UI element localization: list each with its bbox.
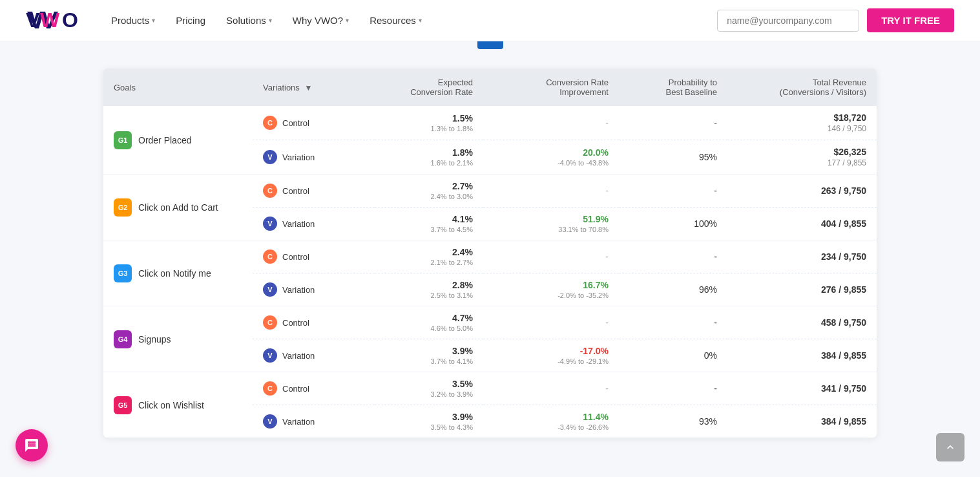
nav-pricing[interactable]: Pricing (168, 10, 213, 31)
svg-text:V: V (26, 8, 40, 32)
probability-cell: - (619, 175, 727, 207)
variation-badge: C (263, 184, 277, 198)
table-row: G1Order PlacedCControl1.5%1.3% to 1.8%--… (103, 106, 877, 140)
improvement-cell: - (483, 306, 619, 339)
conversion-rate-value: 4.1% (452, 214, 473, 224)
revenue-value: 384 / 9,855 (821, 350, 866, 361)
probability-cell: - (619, 240, 727, 273)
nav-solutions[interactable]: Solutions ▾ (218, 10, 280, 31)
variation-label: VVariation (263, 348, 364, 363)
probability-value: - (714, 251, 717, 262)
filter-icon[interactable]: ▼ (304, 83, 312, 92)
variation-badge: V (263, 282, 277, 297)
probability-value: 0% (704, 350, 717, 361)
conversion-rate-cell: 1.8%1.6% to 2.1% (375, 140, 483, 175)
col-conv-improvement: Conversion RateImprovement (483, 69, 619, 106)
email-input[interactable] (717, 10, 859, 32)
chevron-down-icon: ▾ (419, 17, 422, 24)
table-row: G4SignupsCControl4.7%4.6% to 5.0%--458 /… (103, 306, 877, 339)
improvement-cell: 11.4%-3.4% to -26.6% (483, 405, 619, 438)
conversion-rate-value: 2.7% (452, 181, 473, 191)
chevron-down-icon: ▾ (346, 17, 349, 24)
variation-cell-td: CControl (253, 106, 375, 140)
probability-cell: - (619, 106, 727, 140)
variation-cell-td: CControl (253, 175, 375, 207)
variation-cell-td: VVariation (253, 339, 375, 372)
nav-resources[interactable]: Resources ▾ (362, 10, 430, 31)
variation-name: Control (282, 118, 309, 128)
goal-badge: G4 (114, 330, 132, 348)
conversion-rate-cell: 2.8%2.5% to 3.1% (375, 273, 483, 306)
conversion-rate-value: 3.9% (452, 412, 473, 422)
col-variations: Variations ▼ (253, 69, 375, 106)
improvement-cell: 20.0%-4.0% to -43.8% (483, 140, 619, 175)
variation-name: Variation (282, 417, 315, 427)
improvement-range: -2.0% to -35.2% (558, 292, 609, 299)
conversion-rate-range: 2.1% to 2.7% (431, 259, 473, 266)
revenue-value: 341 / 9,750 (821, 383, 866, 394)
goal-cell-td: G5Click on Wishlist (103, 372, 253, 438)
improvement-value: 11.4% (583, 412, 609, 422)
conversion-rate-range: 1.3% to 1.8% (431, 125, 473, 132)
probability-cell: 0% (619, 339, 727, 372)
conversion-rate-cell: 2.7%2.4% to 3.0% (375, 175, 483, 207)
probability-cell: 93% (619, 405, 727, 438)
variation-badge: C (263, 381, 277, 396)
revenue-value: 404 / 9,855 (821, 218, 866, 229)
variation-name: Control (282, 186, 309, 196)
variation-label: VVariation (263, 414, 364, 429)
revenue-value: $26,325 (833, 147, 866, 157)
chat-button[interactable] (16, 429, 48, 461)
conversion-rate-range: 2.5% to 3.1% (431, 292, 473, 299)
col-expected-conv: ExpectedConversion Rate (375, 69, 483, 106)
improvement-cell: 16.7%-2.0% to -35.2% (483, 273, 619, 306)
probability-cell: 100% (619, 207, 727, 240)
conversion-rate-range: 3.7% to 4.1% (431, 357, 473, 365)
revenue-cell: 263 / 9,750 (727, 175, 877, 207)
navbar: V W O Products ▾ Pricing Solutions ▾ Why… (0, 0, 980, 41)
conversion-rate-value: 1.5% (452, 113, 473, 123)
goal-name: Click on Notify me (138, 268, 211, 279)
revenue-cell: 276 / 9,855 (727, 273, 877, 306)
col-goals: Goals (103, 69, 253, 106)
main-content: Goals Variations ▼ ExpectedConversion Ra… (0, 49, 980, 463)
probability-value: - (714, 186, 717, 196)
variation-cell-td: CControl (253, 372, 375, 405)
improvement-cell: - (483, 106, 619, 140)
goal-name: Signups (138, 334, 171, 344)
conversion-rate-value: 3.9% (452, 346, 473, 356)
variation-label: VVariation (263, 217, 364, 231)
scroll-to-top-button[interactable] (936, 433, 964, 461)
probability-value: - (714, 383, 717, 394)
improvement-cell: - (483, 240, 619, 273)
improvement-value: 20.0% (583, 147, 609, 158)
probability-value: 93% (699, 416, 717, 427)
variation-badge: C (263, 249, 277, 264)
variation-name: Control (282, 384, 309, 394)
nav-why-vwo[interactable]: Why VWO? ▾ (285, 10, 357, 31)
try-free-button[interactable]: TRY IT FREE (867, 8, 954, 32)
logo[interactable]: V W O (26, 8, 78, 34)
conversion-rate-cell: 4.7%4.6% to 5.0% (375, 306, 483, 339)
revenue-value: $18,720 (833, 112, 866, 123)
revenue-cell: 404 / 9,855 (727, 207, 877, 240)
improvement-dash: - (605, 251, 609, 262)
improvement-dash: - (605, 317, 609, 328)
variation-cell-td: CControl (253, 306, 375, 339)
variation-name: Control (282, 318, 309, 328)
goal-label: G1Order Placed (103, 121, 253, 160)
table-body: G1Order PlacedCControl1.5%1.3% to 1.8%--… (103, 106, 877, 438)
variation-label: CControl (263, 249, 364, 264)
variation-cell-td: VVariation (253, 140, 375, 175)
conversion-rate-range: 2.4% to 3.0% (431, 193, 473, 200)
arrow-up-icon (944, 441, 957, 454)
variation-label: VVariation (263, 150, 364, 164)
chat-icon (24, 438, 39, 453)
nav-products[interactable]: Products ▾ (103, 10, 163, 31)
goal-label: G5Click on Wishlist (103, 386, 253, 425)
variation-label: CControl (263, 184, 364, 198)
improvement-dash: - (605, 118, 609, 128)
col-revenue: Total Revenue(Conversions / Visitors) (727, 69, 877, 106)
improvement-value: -17.0% (580, 346, 609, 356)
revenue-value: 384 / 9,855 (821, 416, 866, 427)
